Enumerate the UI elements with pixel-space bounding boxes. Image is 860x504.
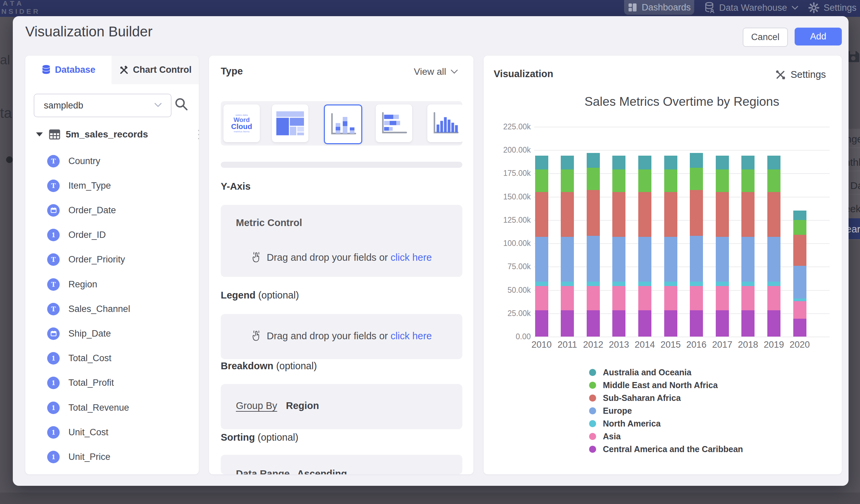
chart-builder-panel: Type View all sales data Word Cloud metr… xyxy=(209,56,473,474)
field-item-ship_date[interactable]: Ship_Date xyxy=(47,326,111,341)
field-name: Ship_Date xyxy=(68,329,111,339)
sorting-dropzone[interactable]: Data Range Ascending xyxy=(221,455,462,474)
kebab-menu-icon[interactable] xyxy=(197,127,199,142)
bar-segment xyxy=(767,237,780,282)
legend-label: Middle East and North Africa xyxy=(603,380,718,390)
tab-database[interactable]: Database xyxy=(25,56,112,84)
bg-text-fragment: ta xyxy=(0,105,12,121)
nav-item-settings[interactable]: Settings xyxy=(808,2,857,13)
field-name: Order_ID xyxy=(68,230,106,240)
bar-segment xyxy=(690,190,703,236)
legend-label: Sub-Saharan Africa xyxy=(603,393,681,403)
bar-segment xyxy=(535,310,548,336)
chart-type-word-cloud[interactable]: sales data Word Cloud metrics items xyxy=(224,104,260,142)
nav-item-data-warehouse[interactable]: Data Warehouse xyxy=(704,2,799,13)
breakdown-section-label: Breakdown (optional) xyxy=(221,360,317,372)
bar-segment xyxy=(612,170,626,192)
gridline xyxy=(534,127,830,127)
field-item-region[interactable]: TRegion xyxy=(47,277,97,292)
bar-segment xyxy=(767,192,780,237)
add-button[interactable]: Add xyxy=(794,28,842,45)
cancel-button[interactable]: Cancel xyxy=(743,28,788,47)
bar-segment xyxy=(612,192,626,237)
field-name: Unit_Cost xyxy=(68,427,109,438)
field-item-total_revenue[interactable]: 1Total_Revenue xyxy=(47,400,129,415)
field-item-unit_cost[interactable]: 1Unit_Cost xyxy=(47,425,109,440)
bar-segment xyxy=(741,286,755,310)
bg-bottom-band xyxy=(0,492,860,504)
horizontal-scrollbar[interactable] xyxy=(221,162,462,168)
bar-segment xyxy=(587,286,600,310)
field-name: Item_Type xyxy=(68,181,111,191)
click-here-link[interactable]: click here xyxy=(390,252,432,263)
field-item-unit_price[interactable]: 1Unit_Price xyxy=(47,449,111,464)
legend-color-dot xyxy=(589,446,596,453)
number-field-icon: 1 xyxy=(47,426,60,438)
bar-segment xyxy=(741,192,755,237)
legend-item: Europe xyxy=(589,404,632,417)
legend-color-dot xyxy=(589,433,596,440)
field-item-order_date[interactable]: Order_Date xyxy=(47,203,116,218)
field-item-total_cost[interactable]: 1Total_Cost xyxy=(47,351,112,366)
field-name: Unit_Price xyxy=(68,452,111,462)
group-by-value[interactable]: Region xyxy=(286,400,319,411)
dashboards-icon xyxy=(628,2,637,13)
bar-segment xyxy=(690,153,703,168)
legend-color-dot xyxy=(589,407,596,414)
bar-segment xyxy=(793,319,806,336)
database-select[interactable]: sampledb xyxy=(34,93,172,117)
legend-item: North America xyxy=(589,417,660,430)
sorting-value[interactable]: Ascending xyxy=(297,468,347,474)
caret-down-icon[interactable] xyxy=(36,132,43,136)
field-item-order_priority[interactable]: TOrder_Priority xyxy=(47,252,125,267)
field-item-country[interactable]: TCountry xyxy=(47,154,100,169)
sorting-field-label[interactable]: Data Range xyxy=(236,468,290,474)
bar-segment xyxy=(535,282,548,286)
legend-item: Central America and the Caribbean xyxy=(589,443,743,456)
date-field-icon xyxy=(47,204,60,217)
nav-item-dashboards[interactable]: Dashboards xyxy=(624,0,694,15)
nav-label: Dashboards xyxy=(642,2,691,13)
bar-segment xyxy=(716,192,729,237)
metric-control-dropzone[interactable]: Metric Control Drag and drop your fields… xyxy=(221,205,462,277)
legend-dropzone[interactable]: Drag and drop your fields or click here xyxy=(221,314,462,359)
bar-segment xyxy=(561,286,574,310)
field-name: Sales_Channel xyxy=(68,304,130,314)
view-all-dropdown[interactable]: View all xyxy=(374,66,458,77)
bar-segment xyxy=(587,168,600,190)
bar-segment xyxy=(561,170,574,192)
visualization-settings-button[interactable]: Settings xyxy=(775,69,832,80)
chart-type-treemap[interactable] xyxy=(272,104,309,142)
breakdown-dropzone[interactable]: Group By Region xyxy=(221,384,462,429)
table-tree-node[interactable]: 5m_sales_records xyxy=(33,125,191,144)
bar-segment xyxy=(716,286,729,310)
number-field-icon: 1 xyxy=(47,402,60,414)
chevron-down-icon xyxy=(154,102,162,108)
bar-segment xyxy=(664,310,677,336)
tab-chart-control[interactable]: Chart Control xyxy=(112,56,199,84)
bar-segment xyxy=(741,156,755,170)
field-item-item_type[interactable]: TItem_Type xyxy=(47,178,111,193)
bar-2018 xyxy=(741,156,755,336)
legend-label: Europe xyxy=(603,406,632,416)
click-here-link[interactable]: click here xyxy=(390,331,432,341)
field-item-sales_channel[interactable]: TSales_Channel xyxy=(47,302,130,316)
chart-type-stacked-column[interactable] xyxy=(324,104,362,144)
bar-2016 xyxy=(690,153,703,336)
chart-type-stacked-bar-horizontal[interactable] xyxy=(376,104,412,142)
chart-type-column[interactable] xyxy=(427,104,462,142)
app-logo: ATA xyxy=(3,0,24,8)
bar-segment xyxy=(664,170,677,192)
field-item-total_profit[interactable]: 1Total_Profit xyxy=(47,376,114,390)
text-field-icon: T xyxy=(47,179,60,192)
bar-2010 xyxy=(535,156,548,336)
field-item-order_id[interactable]: 1Order_ID xyxy=(47,228,106,243)
field-name: Total_Cost xyxy=(68,353,112,363)
bar-2013 xyxy=(612,156,626,336)
group-by-label[interactable]: Group By xyxy=(236,400,277,411)
gridline xyxy=(534,336,830,337)
bar-segment xyxy=(690,310,703,336)
search-icon[interactable] xyxy=(174,97,189,112)
save-icon xyxy=(847,51,860,63)
bar-segment xyxy=(587,236,600,282)
